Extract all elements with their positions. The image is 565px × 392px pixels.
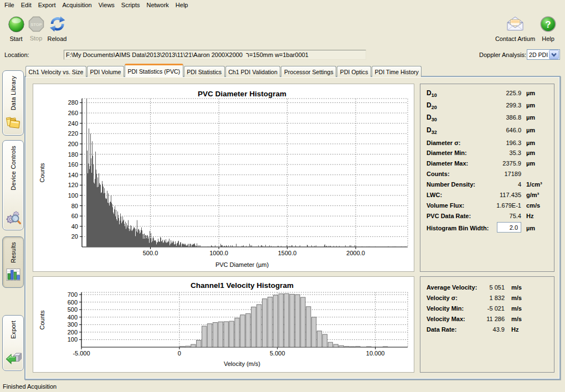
stat-d20: D20299.3µm [420,100,554,110]
location-input[interactable] [64,50,366,60]
tab-processor-settings[interactable]: Processor Settings [281,66,336,77]
svg-text:60: 60 [71,213,78,219]
contact-artium-button[interactable]: Contact Artium [493,16,537,42]
stat-d30-subscript: 30 [432,117,437,122]
stat-d10-label: D10 [427,88,437,99]
menu-item-views[interactable]: Views [95,0,118,11]
tab-pdi-time-history[interactable]: PDI Time History [372,66,422,77]
sidebar-item-results[interactable]: Results [2,236,24,288]
pvc-chart-ylabel: Counts [39,163,45,182]
stat-d20-value: 299.3 [455,100,521,110]
export-icon [5,349,22,367]
stat-volume-flux: Volume Flux:1.679E-1cm/s [420,200,554,210]
sidebar-item-label: Device Controls [10,146,17,190]
histogram-bin-width-input[interactable] [497,222,521,233]
velocity-stats-panel: Average Velocity:5 051m/sVelocity σ:1 83… [420,276,554,373]
results-icon [5,266,22,284]
stat-d30: D30386.8µm [420,112,554,122]
svg-text:-5.000: -5.000 [73,350,90,357]
svg-text:500: 500 [68,306,78,313]
svg-text:200: 200 [68,141,78,147]
stat-data-rate: Data Rate:43.9Hz [420,324,554,334]
pvc-chart-xlabel: PVC Diameter (µm) [215,261,269,268]
stat-velocity-max-unit: m/s [511,314,522,324]
stat-diameter-min: Diameter Min:35.3µm [420,148,554,158]
tab-pdi-statistics-pvc-[interactable]: PDI Statistics (PVC) [125,64,183,77]
stat-d20-label: D20 [427,100,437,111]
menu-item-edit[interactable]: Edit [18,0,35,11]
svg-text:600: 600 [68,299,78,306]
sidebar-item-device-controls[interactable]: Device Controls [2,140,24,230]
svg-text:300: 300 [68,321,78,328]
svg-text:20: 20 [71,233,78,240]
svg-text:220: 220 [68,130,78,137]
help-button-label: Help [542,35,554,42]
velocity-chart-xlabel: Velocity (m/s) [224,360,260,367]
menu-item-file[interactable]: File [1,0,18,11]
stat-average-velocity: Average Velocity:5 051m/s [420,282,554,292]
stat-diameter-max-value: 2375.9 [455,158,521,168]
stat-lwc-value: 117.435 [455,190,521,200]
stat-diameter-max-unit: µm [526,158,535,168]
stat-pvc-data-rate-unit: Hz [526,211,533,221]
menu-item-help[interactable]: Help [172,0,192,11]
combo-dropdown-button[interactable] [549,50,559,59]
stat-velocity-max-value: 11 286 [444,314,505,324]
stat-counts-label: Counts: [427,169,450,179]
svg-text:1000.0: 1000.0 [209,250,228,256]
tab-ch1-pdi-validation[interactable]: Ch1 PDI Validation [225,66,281,77]
doppler-analysis-select[interactable]: 2D PDI [527,49,560,60]
reload-button[interactable]: Reload [47,16,68,42]
pvc-chart-title: PVC Diameter Histogram [198,90,286,98]
stat-d32: D32646.0µm [420,125,554,135]
stop-button: STOP Stop [27,16,45,42]
tab-bar: Ch1 Velocity vs. SizePDI VolumePDI Stati… [25,64,422,77]
sidebar-item-export[interactable]: Export [2,315,24,371]
chevron-down-icon [551,52,557,58]
stat-d32-label: D32 [427,125,437,136]
menu-item-scripts[interactable]: Scripts [118,0,143,11]
stat-lwc-label: LWC: [427,190,442,200]
stat-d10: D10225.9µm [420,88,554,98]
svg-text:40: 40 [71,223,78,230]
stat-d10-unit: µm [526,88,535,98]
data-library-icon [5,114,22,132]
start-button-label: Start [9,35,22,42]
tab-ch1-velocity-vs-size[interactable]: Ch1 Velocity vs. Size [25,66,86,77]
svg-text:STOP: STOP [30,22,42,27]
stat-lwc: LWC:117.435g/m³ [420,190,554,200]
svg-text:400: 400 [68,314,78,321]
stat-velocity-sigma: Velocity σ:1 832m/s [420,293,554,303]
pvc-diameter-chart-panel: PVC Diameter Histogram PVC Diameter (µm)… [33,84,414,272]
stat-data-rate-value: 43.9 [444,324,505,334]
reload-icon [48,16,66,34]
svg-text:140: 140 [68,172,78,178]
tab-pdi-volume[interactable]: PDI Volume [87,66,124,77]
stat-velocity-min-unit: m/s [511,303,522,313]
start-button[interactable]: Start [4,16,28,42]
histogram-bin-width-label: Histogram Bin Width: [427,223,489,233]
tab-pdi-statistics[interactable]: PDI Statistics [184,66,225,77]
doppler-analysis-value: 2D PDI [527,51,548,58]
menu-bar: FileEditExportAcquisitionViewsScriptsNet… [0,0,565,11]
stat-pvc-data-rate: PVC Data Rate:75.4Hz [420,211,554,221]
help-button[interactable]: ? Help [536,16,560,42]
stat-lwc-unit: g/m³ [526,190,539,200]
stat-data-rate-unit: Hz [511,324,518,334]
stat-d20-subscript: 20 [432,105,437,110]
menu-item-network[interactable]: Network [143,0,172,11]
contact-artium-label: Contact Artium [495,35,535,42]
tab-pdi-optics[interactable]: PDI Optics [337,66,371,77]
svg-text:500.0: 500.0 [143,250,158,256]
stat-volume-flux-value: 1.679E-1 [455,200,521,210]
svg-text:120: 120 [68,182,78,188]
pvc-diameter-histogram: PVC Diameter Histogram PVC Diameter (µm)… [33,84,414,271]
stat-counts-value: 17189 [455,169,521,179]
stop-button-label: Stop [30,35,43,42]
help-icon: ? [540,16,557,34]
sidebar-item-data-library[interactable]: Data Library [2,70,24,136]
menu-item-export[interactable]: Export [35,0,59,11]
stat-d32-subscript: 32 [432,130,437,135]
menu-item-acquisition[interactable]: Acquisition [59,0,95,11]
stat-pvc-data-rate-value: 75.4 [455,211,521,221]
